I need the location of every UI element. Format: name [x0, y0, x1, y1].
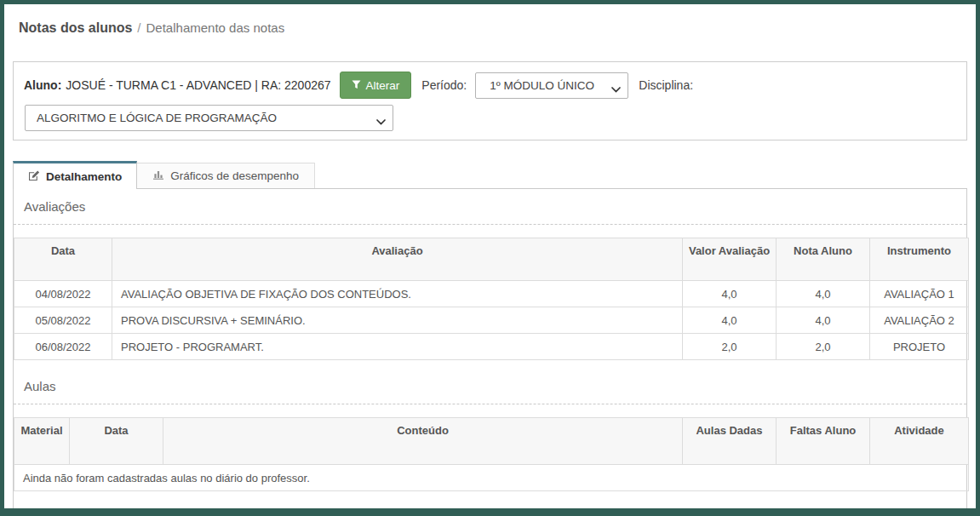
cell-valor-avaliacao: 4,0 [683, 281, 777, 307]
tab-bar: Detalhamento Gráficos de desempenho [13, 161, 967, 189]
main-page: Notas dos alunos/Detalhamento das notas … [4, 4, 976, 508]
periodo-label: Período: [421, 78, 467, 92]
cell-instrumento: PROJETO [870, 334, 969, 360]
breadcrumb: Notas dos alunos/Detalhamento das notas [13, 4, 967, 36]
cell-valor-avaliacao: 4,0 [683, 307, 777, 334]
tab-detalhamento[interactable]: Detalhamento [13, 161, 137, 189]
column-header-instrumento: Instrumento [870, 238, 969, 281]
aluno-value: JOSUÉ - TURMA C1 - ADVANCED | RA: 220026… [66, 78, 330, 92]
column-header-aulas-dadas: Aulas Dadas [683, 418, 777, 465]
cell-instrumento: AVALIAÇÃO 1 [870, 281, 969, 307]
column-header-material: Material [14, 418, 70, 465]
disciplina-select[interactable]: ALGORITMO E LÓGICA DE PROGRAMAÇÃO [25, 105, 393, 131]
column-header-data: Data [14, 238, 112, 281]
divider [14, 404, 966, 404]
cell-avaliacao: AVALIAÇÃO OBJETIVA DE FIXAÇÃO DOS CONTEÚ… [112, 281, 683, 307]
tab-graficos-desempenho[interactable]: Gráficos de desempenho [137, 163, 315, 188]
column-header-atividade: Atividade [870, 418, 969, 465]
divider [14, 224, 966, 225]
column-header-data: Data [70, 418, 163, 465]
alterar-button-label: Alterar [366, 79, 400, 92]
column-header-avaliacao: Avaliação [112, 238, 683, 281]
aulas-table: Material Data Conteúdo Aulas Dadas Falta… [14, 417, 969, 491]
breadcrumb-separator: / [137, 20, 140, 35]
cell-instrumento: AVALIAÇÃO 2 [870, 307, 969, 334]
cell-avaliacao: PROVA DISCURSIVA + SEMINÁRIO. [112, 307, 683, 334]
cell-data: 04/08/2022 [14, 281, 112, 307]
aulas-empty-row: Ainda não foram cadastradas aulas no diá… [14, 465, 969, 491]
column-header-faltas-aluno: Faltas Aluno [777, 418, 870, 465]
cell-nota-aluno: 4,0 [777, 281, 870, 307]
aulas-section-title: Aulas [14, 379, 966, 393]
aulas-header-row: Material Data Conteúdo Aulas Dadas Falta… [14, 418, 969, 465]
avaliacoes-table-body: 04/08/2022AVALIAÇÃO OBJETIVA DE FIXAÇÃO … [14, 281, 969, 360]
filter-funnel-icon [352, 79, 361, 92]
cell-avaliacao: PROJETO - PROGRAMART. [112, 334, 683, 360]
tab-detalhamento-label: Detalhamento [46, 170, 122, 183]
disciplina-label: Disciplina: [639, 78, 693, 92]
aulas-empty-message: Ainda não foram cadastradas aulas no diá… [14, 465, 969, 491]
tab-graficos-label: Gráficos de desempenho [170, 169, 299, 182]
cell-nota-aluno: 2,0 [777, 334, 870, 360]
column-header-nota-aluno: Nota Aluno [777, 238, 870, 281]
edit-pencil-icon [28, 169, 40, 184]
bar-chart-icon [152, 169, 164, 183]
cell-data: 05/08/2022 [14, 307, 112, 334]
breadcrumb-notas-link[interactable]: Notas dos alunos [19, 20, 132, 35]
table-row: 04/08/2022AVALIAÇÃO OBJETIVA DE FIXAÇÃO … [14, 281, 969, 307]
detalhamento-panel: Avaliações Data Avaliação Valor Avaliaçã… [13, 189, 967, 508]
table-row: 06/08/2022PROJETO - PROGRAMART.2,02,0PRO… [14, 334, 969, 360]
breadcrumb-current: Detalhamento das notas [146, 20, 285, 35]
alterar-button[interactable]: Alterar [340, 72, 412, 99]
avaliacoes-table: Data Avaliação Valor Avaliação Nota Alun… [14, 238, 969, 360]
filter-panel: Aluno: JOSUÉ - TURMA C1 - ADVANCED | RA:… [13, 61, 967, 140]
cell-nota-aluno: 4,0 [777, 307, 870, 334]
cell-valor-avaliacao: 2,0 [683, 334, 777, 360]
periodo-select[interactable]: 1º MÓDULO ÚNICO [475, 72, 628, 99]
avaliacoes-section-title: Avaliações [14, 199, 966, 214]
cell-data: 06/08/2022 [14, 334, 112, 360]
aluno-label: Aluno: [24, 78, 61, 92]
table-row: 05/08/2022PROVA DISCURSIVA + SEMINÁRIO.4… [14, 307, 969, 334]
avaliacoes-header-row: Data Avaliação Valor Avaliação Nota Alun… [14, 238, 969, 281]
column-header-valor-avaliacao: Valor Avaliação [683, 238, 777, 281]
column-header-conteudo: Conteúdo [163, 418, 683, 465]
